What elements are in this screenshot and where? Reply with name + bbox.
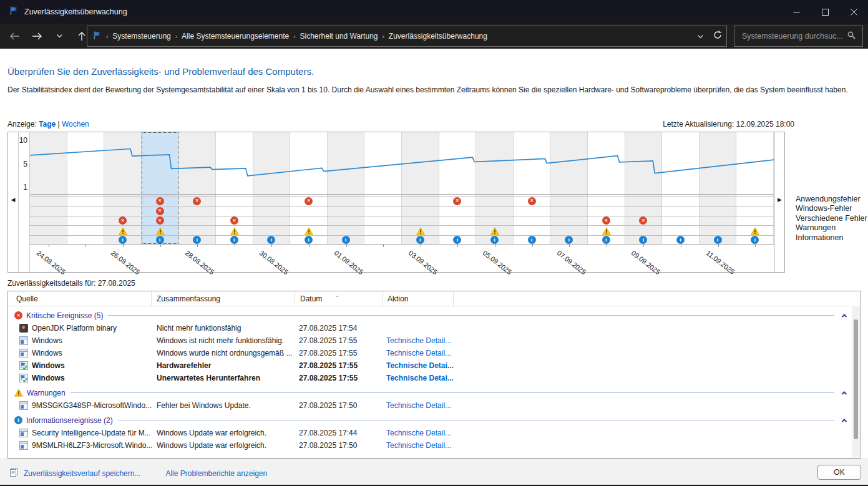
warning-group-icon: [14, 389, 23, 397]
group-header-row[interactable]: iInformationsereignisse (2): [8, 414, 852, 427]
technical-details-link[interactable]: Technische Detail...: [386, 401, 451, 410]
event-row[interactable]: OpenJDK Platform binaryNicht mehr funkti…: [8, 322, 852, 334]
error-icon: ✕: [156, 216, 164, 225]
column-header-aktion[interactable]: Aktion: [383, 291, 454, 306]
event-summary-cell: Hardwarefehler: [157, 361, 299, 370]
event-summary-cell: Windows Update war erfolgreich.: [157, 441, 299, 450]
breadcrumb-item-4[interactable]: Zuverlässigkeitsüberwachung: [389, 32, 487, 41]
close-button[interactable]: [839, 0, 868, 24]
grid-info-icon: i: [342, 236, 350, 244]
breadcrumb-flag-icon: [92, 31, 102, 42]
column-header-datum[interactable]: Datum⌃: [295, 291, 383, 306]
ok-button[interactable]: OK: [817, 465, 861, 480]
event-row[interactable]: WindowsUnerwartetes Herunterfahren27.08.…: [8, 372, 852, 384]
warning-icon: [751, 226, 759, 235]
collapse-group-button[interactable]: [839, 388, 849, 398]
date-tick: [569, 245, 570, 247]
column-header-quelle[interactable]: Quelle: [8, 291, 152, 306]
group-header-row[interactable]: Warnungen: [8, 386, 852, 399]
event-row[interactable]: 9MSSGKG348SP-MicrosoftWindo...Fehler bei…: [8, 399, 852, 412]
technical-details-link[interactable]: Technische Detail...: [386, 429, 451, 437]
table-scrollbar[interactable]: [852, 307, 860, 457]
breadcrumb-chevron-icon[interactable]: ›: [293, 33, 295, 40]
date-tick: [49, 245, 49, 247]
grid-misc-icon: ✕: [639, 216, 647, 225]
breadcrumb-item-2[interactable]: Alle Systemsteuerungselemente: [182, 32, 289, 41]
technical-details-link[interactable]: Technische Detail...: [386, 349, 451, 357]
view-weeks-link[interactable]: Wochen: [62, 120, 89, 129]
event-grid-row-misc: [30, 216, 774, 225]
error-icon: ✕: [639, 216, 647, 225]
y-tick-label: 1: [23, 183, 27, 192]
table-body: ✕Kritische Ereignisse (5)OpenJDK Platfor…: [8, 307, 852, 458]
date-tick: [160, 245, 161, 247]
breadcrumb-chevron-icon[interactable]: ›: [382, 33, 384, 40]
grid-warn-icon: [602, 226, 611, 235]
grid-info-icon: i: [156, 236, 164, 244]
save-history-link[interactable]: Zuverlässigkeitsverlauf speichern...: [24, 469, 140, 478]
event-row[interactable]: WindowsHardwarefehler27.08.2025 17:55Tec…: [8, 359, 852, 372]
scroll-right-arrow-icon[interactable]: ▶: [778, 197, 782, 203]
reliability-monitor-window: { "window": { "title": "Zuverlässigkeits…: [0, 0, 868, 486]
view-separator: |: [58, 120, 60, 129]
grid-misc-icon: ✕: [230, 216, 238, 225]
minimize-button[interactable]: [782, 0, 811, 24]
forward-button[interactable]: [27, 27, 46, 46]
breadcrumb-chevron-icon[interactable]: ›: [175, 33, 177, 40]
info-icon: i: [676, 236, 685, 244]
search-input[interactable]: [734, 32, 847, 41]
technical-details-link[interactable]: Technische Detail...: [386, 441, 451, 450]
technical-details-link[interactable]: Technische Detail...: [386, 336, 451, 345]
grid-misc-icon: ✕: [156, 216, 164, 225]
page-description: Der Stabilitätsindex dient der Bewertung…: [7, 85, 848, 94]
event-row[interactable]: 9MSMLRH6LZF3-Microsoft.Windo...Windows U…: [8, 439, 852, 452]
event-action-cell: Technische Detail...: [386, 401, 511, 410]
event-date-cell: 27.08.2025 17:50: [299, 401, 386, 410]
refresh-icon[interactable]: [713, 30, 723, 42]
event-row[interactable]: WindowsWindows wurde nicht ordnungsgemäß…: [8, 347, 852, 359]
technical-details-link[interactable]: Technische Detai...: [386, 374, 454, 382]
save-history-icon: [9, 467, 19, 479]
column-header-zusammenfassung[interactable]: Zusammenfassung: [152, 291, 295, 306]
event-action-cell: Technische Detai...: [386, 374, 511, 382]
info-icon: i: [119, 236, 127, 244]
search-icon[interactable]: [847, 31, 856, 42]
view-all-reports-link[interactable]: Alle Problemberichte anzeigen: [165, 469, 267, 478]
collapse-group-button[interactable]: [839, 416, 849, 425]
chart-y-axis: 1051: [19, 132, 30, 272]
recent-pages-chevron-icon[interactable]: [50, 27, 69, 46]
breadcrumb-chevron-icon[interactable]: ›: [106, 33, 108, 40]
scroll-left-arrow-icon[interactable]: ◀: [11, 197, 16, 203]
technical-details-link[interactable]: Technische Detai...: [386, 361, 454, 370]
grid-warn-icon: [305, 226, 313, 235]
chart-scroll-left[interactable]: ◀: [8, 132, 19, 272]
date-tick: [421, 245, 421, 247]
info-icon: i: [714, 236, 722, 244]
event-source-cell: 9MSSGKG348SP-MicrosoftWindo...: [8, 401, 157, 410]
legend-row-app: Anwendungsfehler: [796, 195, 867, 204]
event-summary-cell: Fehler bei Windows Update.: [157, 401, 299, 410]
info-icon: i: [490, 236, 499, 244]
address-dropdown-chevron-icon[interactable]: [697, 31, 704, 42]
group-header-row[interactable]: ✕Kritische Ereignisse (5): [8, 309, 852, 322]
event-row[interactable]: WindowsWindows ist nicht mehr funktionsf…: [8, 334, 852, 347]
group-rule: [108, 315, 834, 316]
back-button[interactable]: [5, 27, 24, 46]
maximize-button[interactable]: [811, 0, 839, 24]
address-bar[interactable]: ›Systemsteuerung›Alle Systemsteuerungsel…: [87, 26, 727, 47]
flagcheck-icon: [19, 374, 28, 382]
collapse-group-button[interactable]: [839, 311, 849, 321]
date-label: 07.09.2025: [556, 249, 588, 276]
scrollbar-thumb[interactable]: [854, 319, 858, 439]
warning-icon: [230, 226, 239, 235]
event-source-text: Windows: [32, 374, 65, 382]
error-icon: ✕: [230, 216, 238, 225]
breadcrumb-item-3[interactable]: Sicherheit und Wartung: [300, 32, 378, 41]
chart-scroll-right[interactable]: ▶: [774, 132, 784, 272]
event-date-cell: 27.08.2025 17:50: [299, 441, 386, 450]
grid-info-icon: i: [565, 236, 573, 244]
view-days-link[interactable]: Tage: [39, 120, 56, 129]
event-row[interactable]: Security Intelligence-Update für M...Win…: [8, 427, 852, 439]
breadcrumb-item-1[interactable]: Systemsteuerung: [112, 32, 170, 41]
date-tick: [85, 245, 86, 247]
